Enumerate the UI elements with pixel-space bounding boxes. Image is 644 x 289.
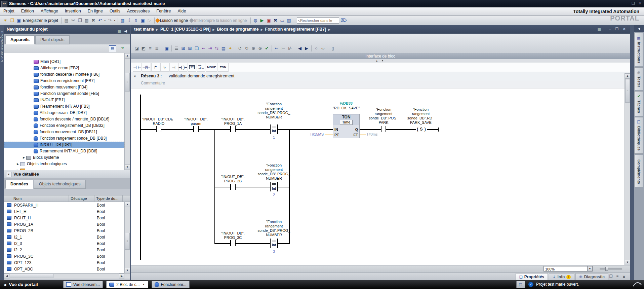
breadcrumb-item[interactable]: PLC_1 [CPU 1512C-1 PN] [160, 27, 210, 32]
compare-icon[interactable]: == ⊣ ⊢ [197, 63, 205, 72]
menu-item[interactable]: Outils [106, 7, 124, 13]
separator[interactable] [272, 45, 272, 51]
copy-icon[interactable]: ❐ [77, 17, 83, 24]
restore-icon[interactable]: ❐ [631, 1, 636, 6]
ton-timer-box[interactable]: TON Time IN PT Q ET [333, 114, 360, 138]
table-row[interactable]: I2_2 Bool [4, 247, 124, 253]
expand-arrow-icon[interactable]: ▶ [23, 154, 26, 161]
collapse-detail-view-icon[interactable]: ▼ [6, 172, 11, 177]
editor-options-icon[interactable]: ▥ [598, 27, 601, 31]
operand-label[interactable]: "Fonction rangement sonde_DB".PROG_ NUMB… [252, 163, 296, 181]
editor-close-icon[interactable]: ✕ [623, 27, 626, 31]
close-icon[interactable]: ✕ [637, 1, 643, 6]
redo-dropdown-icon[interactable]: ▾ [113, 17, 116, 24]
navigate-back-icon[interactable]: ◀ [296, 45, 303, 51]
tree-item[interactable]: fonction mouvement_DB [DB11] [4, 129, 124, 135]
operand-label[interactable]: "IN/OUT_DB". PROG_2B [211, 175, 255, 183]
no-contact[interactable] [230, 184, 236, 190]
undo-dropdown-icon[interactable]: ▾ [104, 17, 107, 24]
separator[interactable] [294, 17, 294, 24]
network-title[interactable]: validation demande enregistrement [169, 74, 234, 78]
tree-item[interactable]: Fonction enregistrement_DB [DB32] [4, 122, 124, 129]
task-card-tab[interactable]: ▦ Instructions [634, 33, 643, 66]
editor-minimize-icon[interactable]: – [609, 27, 611, 31]
breadcrumb-item[interactable]: test marie [134, 27, 154, 32]
task-card-tab[interactable]: ✔ Tâches [634, 91, 643, 116]
detail-view-tab[interactable]: Objets technologiques [34, 180, 86, 189]
symbolic-operands-icon[interactable]: ◩ [140, 45, 147, 51]
separator[interactable] [328, 45, 328, 51]
collapse-network-icon[interactable]: ▼ [133, 75, 136, 78]
no-contact[interactable] [156, 126, 161, 132]
tree-item[interactable]: fonction mouvement [FB4] [4, 84, 124, 91]
menu-item[interactable]: Projet [0, 7, 18, 13]
no-contact[interactable] [381, 126, 386, 132]
keep-block-icon[interactable]: ▣ [163, 45, 170, 51]
expand-arrow-icon[interactable]: ▶ [17, 161, 20, 167]
detail-view-tab[interactable]: Données [5, 180, 33, 189]
go-online-icon[interactable] [155, 18, 160, 23]
zoom-slider-thumb[interactable] [605, 267, 608, 271]
manage-networks-icon[interactable]: ☰ [173, 45, 180, 51]
tree-item[interactable]: IN/OUT_DB [DB1] [4, 142, 124, 148]
network-comment-icon[interactable]: ❑ [193, 45, 200, 51]
delete-icon[interactable]: ✖ [90, 17, 97, 24]
cancel-icon[interactable]: ✖ [272, 17, 279, 24]
close-interface-icon[interactable]: ⊬ [287, 45, 293, 51]
menu-item[interactable]: Accessoires [124, 7, 153, 13]
compare-value[interactable]: 2 [267, 193, 281, 197]
set-coil[interactable]: ( S ) [416, 126, 427, 133]
start-cpu-icon[interactable]: ▣ [139, 17, 146, 24]
table-row[interactable]: OPT_ABC Bool [4, 266, 124, 272]
details-view-icon[interactable]: ▤ [109, 45, 116, 52]
table-row[interactable]: OPT_123 Bool [4, 259, 124, 266]
cut-icon[interactable]: ✂ [70, 17, 77, 24]
block-interface-icon[interactable]: ▤ [220, 45, 227, 51]
tree-item[interactable]: fonction descente / montée_DB [DB16] [4, 116, 124, 122]
network-comment[interactable]: Commentaire [141, 81, 165, 85]
separator[interactable] [62, 17, 62, 24]
go-offline-button[interactable]: Interrompre la liaison en ligne [194, 18, 247, 23]
detail-scrollbar[interactable]: ▲ ≡ ▼ [124, 202, 130, 273]
detail-hscrollbar[interactable]: ◀ ▶ [4, 273, 130, 279]
close-branch-icon[interactable]: ⊣ [169, 63, 178, 72]
upload-from-device-icon[interactable]: ⇧ [133, 17, 139, 24]
open-branch-icon[interactable]: ↳ [160, 63, 169, 72]
expand-comments-icon[interactable]: ≡ [147, 45, 154, 51]
go-offline-icon[interactable] [189, 18, 194, 23]
separator[interactable] [162, 45, 162, 51]
glasses-icon[interactable]: ∞ [320, 45, 326, 51]
table-row[interactable]: PROG_1A Bool [4, 221, 124, 227]
data-block-icon[interactable]: ▯ [329, 45, 336, 51]
table-row[interactable]: PROG_2B Bool [4, 227, 124, 234]
editor-task-button[interactable]: Fonction enr... [152, 281, 190, 288]
block-interface-splitter[interactable]: Interface de bloc [131, 53, 630, 59]
menu-item[interactable]: Edition [18, 7, 37, 13]
table-row[interactable]: I2_1 Bool [4, 234, 124, 240]
menu-item[interactable]: Affichage [37, 7, 62, 13]
favorites-icon[interactable]: ✦ [227, 45, 234, 51]
compare-value[interactable]: 3 [267, 249, 281, 253]
time-type-box[interactable]: Time [340, 120, 353, 125]
tree-item[interactable]: Fonction rangement sonde [FB5] [4, 91, 124, 97]
tree-item[interactable]: Main [OB1] [4, 59, 124, 65]
editor-task-button[interactable]: 2 Bloc de c... ▲ [106, 281, 148, 288]
table-row[interactable]: POSPARK_H Bool [4, 202, 124, 208]
open-interface-icon[interactable]: ⊢ [280, 45, 287, 51]
zoom-select[interactable]: 100% [544, 266, 587, 272]
open-project-icon[interactable]: ❒ [9, 17, 15, 24]
zoom-slider[interactable] [600, 268, 622, 269]
absolute-operands-icon[interactable]: ◪ [133, 45, 140, 51]
insert-output-icon[interactable]: ⇥ [207, 45, 213, 51]
search-binoculars-icon[interactable]: ⌦ [340, 17, 347, 24]
canvas-scrollbar[interactable]: ▲ ≡ ▼ [625, 73, 630, 265]
inspector-tab[interactable]: ❑ Propriétés [516, 273, 548, 280]
column-name[interactable]: Nom [13, 196, 22, 201]
ladder-canvas[interactable]: "IN/OUT_DB".CDE_ RADIO "IN/OUT_DB". para… [131, 88, 625, 265]
separator[interactable] [118, 17, 118, 24]
tree-item[interactable]: Fonction enregistrement [FB7] [4, 78, 124, 84]
undo-icon[interactable]: ↶ [97, 17, 104, 24]
goto-definition-icon[interactable]: ⇐ [273, 45, 280, 51]
tree-item[interactable]: fonction descente / montée [FB6] [4, 71, 124, 78]
tree-item[interactable]: Rearmement INT/ AU_DB [DB8] [4, 148, 124, 154]
